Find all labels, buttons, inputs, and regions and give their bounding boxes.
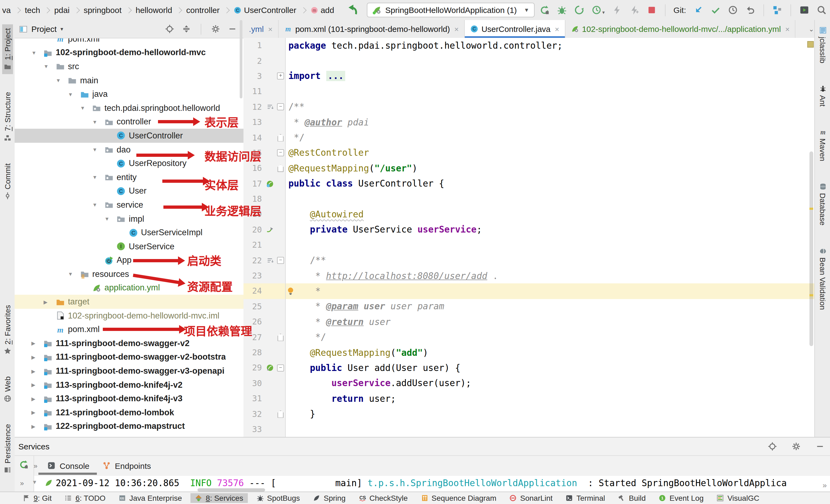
rearrange-icon[interactable] [266,257,274,264]
tool-window-button-2-favorites[interactable]: 2: Favorites [2,301,13,359]
code-line-11[interactable]: 11 [244,84,814,99]
tool-window-button-bean-validation[interactable]: Bean Validation [817,243,828,314]
rerun-icon[interactable] [19,460,29,469]
fold-end-icon[interactable] [278,134,284,141]
tree-item-111-springboot-demo-swagger-v2-bootstra[interactable]: ▶111-springboot-demo-swagger-v2-bootstra [14,350,244,364]
tree-collapsed-icon[interactable]: ▶ [29,396,43,402]
run-configuration-select[interactable]: SpringBootHelloWorldApplication (1) ▼ [367,3,535,17]
tree-expanded-icon[interactable]: ▼ [66,91,80,97]
coverage-icon[interactable] [574,5,584,15]
rerun-icon[interactable] [539,5,550,15]
autowire-gutter-icon[interactable] [266,226,274,234]
code-line-17[interactable]: 17cpublic class UserController { [244,176,814,192]
tree-item-userservice[interactable]: IUserService [14,240,244,254]
statusbar-item-6-todo[interactable]: 6: TODO [60,493,110,503]
warning-stripe-mark[interactable] [809,208,813,210]
tabs-overflow-chevron-icon[interactable]: ⌄ [809,20,814,38]
statusbar-item-sequence-diagram[interactable]: Sequence Diagram [416,493,501,503]
statusbar-item-sonarlint[interactable]: SonarLint [505,493,557,503]
close-icon[interactable]: × [555,25,559,33]
commit-icon[interactable] [710,5,721,15]
gear-icon[interactable] [792,442,801,451]
tree-item-122-springboot-demo-mapstruct[interactable]: ▶122-springboot-demo-mapstruct [14,419,244,433]
rearrange-icon[interactable] [266,104,274,110]
statusbar-item-terminal[interactable]: Terminal [561,493,609,503]
code-line-24[interactable]: 24 * [244,283,814,299]
update-icon[interactable] [693,5,703,15]
tab-pom-xml-101-springboot-demo-helloworld-[interactable]: mpom.xml (101-springboot-demo-helloworld… [278,20,465,38]
code-line-21[interactable]: 21 [244,237,814,253]
gear-icon[interactable] [211,24,220,34]
more-chevron-icon[interactable]: » [823,481,827,490]
tree-collapsed-icon[interactable]: ▶ [41,299,56,305]
fold-minus-icon[interactable]: − [277,257,284,264]
breadcrumb-item-helloworld[interactable]: helloworld [135,5,172,14]
tree-expanded-icon[interactable]: ▼ [102,216,116,222]
tree-item-102-springboot-demo-helloworld-mvc[interactable]: ▼102-springboot-demo-helloworld-mvc [14,46,244,60]
warning-stripe-mark[interactable] [809,294,813,296]
tree-expand-icon[interactable]: ▼ [32,479,37,485]
code-line-28[interactable]: 28 @RequestMapping("add") [244,345,814,361]
services-tab-console[interactable]: Console [47,461,89,470]
breadcrumb-item-tech[interactable]: tech [25,5,40,14]
code-line-29[interactable]: 29− public User add(User user) { [244,360,814,376]
tree-collapsed-icon[interactable]: ▶ [29,340,43,346]
structure-icon[interactable] [772,5,783,15]
tree-item-main[interactable]: ▼main [14,73,244,87]
close-icon[interactable]: × [454,25,458,33]
code-line-26[interactable]: 26 * @return user [244,314,814,330]
code-line-13[interactable]: 13 * @author pdai [244,115,814,130]
tool-window-button-database[interactable]: Database [817,179,828,229]
statusbar-item-8-services[interactable]: 8: Services [191,493,248,503]
tree-expanded-icon[interactable]: ▼ [90,202,104,208]
code-line-30[interactable]: 30 userService.addUser(user); [244,376,814,391]
services-tab-endpoints[interactable]: Endpoints [102,461,151,470]
fold-end-icon[interactable] [278,410,284,418]
tree-expanded-icon[interactable]: ▼ [54,77,68,83]
stop-button[interactable] [646,5,657,15]
breadcrumb-item-va[interactable]: va [2,5,11,14]
tree-item-113-springboot-demo-knife4j-v3[interactable]: ▶113-springboot-demo-knife4j-v3 [14,392,244,406]
code-line-31[interactable]: 31 return user; [244,391,814,406]
code-line-16[interactable]: 16@RequestMapping("/user") [244,161,814,176]
fold-end-icon[interactable] [278,333,284,341]
statusbar-item-checkstyle[interactable]: CSCheckStyle [354,493,412,503]
more-chevron-icon[interactable]: » [34,462,37,470]
code-line-3[interactable]: 3+import ... [244,69,814,84]
tree-item-target[interactable]: ▶target [14,295,244,309]
lightning2-icon[interactable] [629,5,639,15]
tool-window-button-commit[interactable]: Commit [2,159,13,203]
tree-item-java[interactable]: ▼java [14,87,244,101]
collapse-icon[interactable] [182,24,191,34]
tool-window-button-1-project[interactable]: 1: Project [2,24,13,74]
tool-window-button-maven[interactable]: mMaven [817,124,828,165]
tree-item-121-springboot-demo-lombok[interactable]: ▶121-springboot-demo-lombok [14,406,244,419]
back-arrow-icon[interactable] [346,4,358,16]
code-line-18[interactable]: 18 [244,192,814,207]
mapping-gutter-icon[interactable] [266,364,274,372]
intention-bulb-icon[interactable] [286,286,295,296]
code-editor[interactable]: 1package tech.pdai.springboot.helloworld… [244,38,814,437]
statusbar-item-build[interactable]: Build [613,493,650,503]
code-line-2[interactable]: 2 [244,53,814,69]
tree-collapsed-icon[interactable]: ▶ [29,382,43,388]
minus-icon[interactable] [228,24,237,34]
scrollbar-thumb[interactable] [809,152,813,346]
tab-102-springboot-demo-helloworld-mvc-application-yml[interactable]: 102-springboot-demo-helloworld-mvc/.../a… [565,20,796,38]
tree-item-usercontroller[interactable]: CUserController [14,129,244,142]
bean-gutter-icon[interactable]: c [266,180,274,188]
tree-scrollbar[interactable] [240,20,243,98]
tree-expanded-icon[interactable]: ▼ [29,50,43,56]
chevron-down-icon[interactable]: ▾ [60,26,63,32]
run-anything-icon[interactable] [799,5,809,15]
tree-item-src[interactable]: ▼src [14,60,244,73]
tree-collapsed-icon[interactable]: ▶ [29,410,43,415]
breadcrumb-item-controller[interactable]: controller [186,5,219,14]
code-line-32[interactable]: 32 } [244,406,814,422]
tree-collapsed-icon[interactable]: ▶ [29,368,43,374]
tree-item-tech-pdai-springboot-helloworld[interactable]: ▼tech.pdai.springboot.helloworld [14,101,244,115]
tool-window-button-7-structure[interactable]: 7: Structure [2,88,13,145]
profiler-action[interactable]: ▾ [592,5,605,15]
code-line-33[interactable]: 33 [244,422,814,437]
more-chevron-icon[interactable]: » [20,479,24,487]
